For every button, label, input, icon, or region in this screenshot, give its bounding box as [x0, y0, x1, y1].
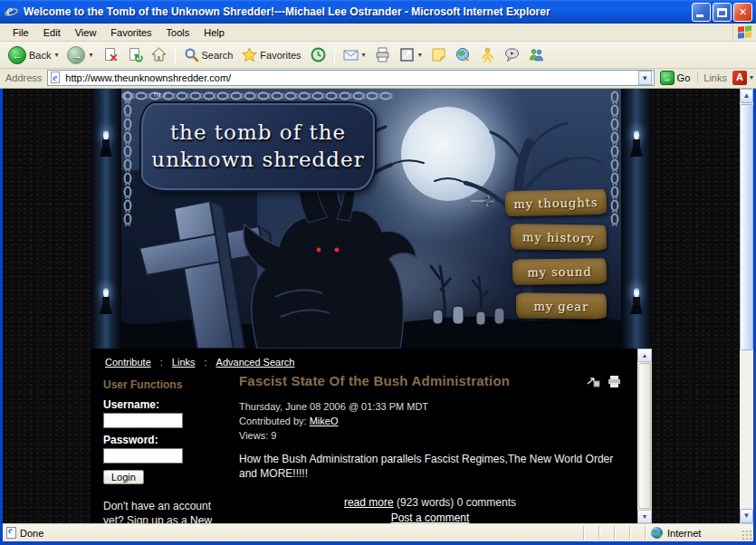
acrobat-dropdown-icon[interactable]: ▾: [750, 73, 753, 81]
acrobat-icon[interactable]: A: [732, 71, 747, 85]
back-label: Back: [29, 50, 51, 61]
mail-dropdown-icon[interactable]: ▾: [362, 51, 366, 59]
banner-counter-mark: hl.l: [154, 91, 167, 99]
contribute-link[interactable]: Contribute: [105, 357, 151, 368]
content-scroll-up-icon[interactable]: ▲: [637, 349, 652, 362]
web-globe-icon: [455, 47, 471, 62]
messenger-globe-button[interactable]: [451, 45, 475, 64]
chain-border-left: [122, 91, 133, 226]
status-cell: [614, 526, 629, 540]
go-label: Go: [677, 72, 691, 83]
scroll-down-icon[interactable]: ▼: [740, 509, 753, 523]
article-title: Fascist State Of the Bush Administration: [239, 373, 587, 388]
word-count: (923 words): [394, 496, 457, 509]
aim-button[interactable]: [475, 45, 500, 64]
links-link[interactable]: Links: [172, 357, 196, 368]
nav-my-sound[interactable]: my sound: [512, 258, 607, 284]
edit-button[interactable]: ▾: [395, 45, 426, 64]
status-text: Done: [20, 528, 43, 539]
read-more-link[interactable]: read more: [344, 496, 394, 509]
browser-window: e Welcome to the Tomb of the Unknown Shr…: [0, 0, 756, 545]
site-title-plaque: the tomb of the unknown shredder: [141, 103, 375, 190]
content-scrollbar[interactable]: ▲ ▼: [637, 349, 652, 523]
contributor-link[interactable]: MikeO: [310, 416, 339, 426]
forward-button[interactable]: → ▾: [62, 44, 97, 66]
history-button[interactable]: [306, 45, 330, 64]
go-arrow-icon: →: [660, 71, 675, 85]
address-dropdown-icon[interactable]: ▼: [638, 71, 652, 85]
menu-view[interactable]: View: [68, 25, 104, 40]
user-functions-heading: User Functions: [103, 378, 226, 391]
search-icon: [184, 47, 199, 62]
top-links: Contribute:Links:Advanced Search: [91, 349, 637, 369]
forward-dropdown-icon[interactable]: ▾: [89, 51, 92, 59]
candle-icon: [630, 286, 643, 317]
note-button[interactable]: [426, 45, 451, 64]
nav-my-history[interactable]: my history: [511, 224, 607, 251]
history-icon: [311, 47, 326, 62]
refresh-icon: ↻: [127, 47, 142, 62]
right-candle-strip: [621, 89, 652, 349]
address-label: Address: [5, 72, 42, 83]
print-button[interactable]: [370, 45, 395, 64]
home-icon: [151, 47, 167, 62]
gothic-scene: hl.l the tomb of the unknown shredder my…: [121, 89, 621, 349]
address-input[interactable]: e http://www.theunknownshredder.com/ ▼: [47, 70, 654, 86]
stop-button[interactable]: ✕: [98, 45, 122, 64]
separator: :: [205, 357, 207, 368]
content-scroll-thumb[interactable]: [638, 363, 651, 509]
menu-favorites[interactable]: Favorites: [103, 25, 158, 40]
menu-tools[interactable]: Tools: [159, 25, 197, 40]
password-input[interactable]: [103, 448, 183, 464]
print-icon: [375, 47, 390, 62]
resize-grip[interactable]: [742, 530, 752, 540]
comments-count: 0 comments: [457, 496, 516, 509]
messenger-people-icon: [529, 47, 544, 62]
back-button[interactable]: ← Back ▾: [4, 44, 62, 66]
site-title-line2: unknown shredder: [151, 147, 364, 174]
scroll-thumb[interactable]: [740, 104, 753, 350]
print-story-icon[interactable]: [608, 375, 621, 387]
navigation-toolbar: ← Back ▾ → ▾ ✕ ↻ Search: [0, 42, 756, 69]
advanced-search-link[interactable]: Advanced Search: [216, 357, 295, 368]
browser-scrollbar[interactable]: ▲ ▼: [740, 89, 753, 523]
discuss-button[interactable]: [500, 45, 524, 64]
mace-icon: [471, 196, 494, 206]
home-button[interactable]: [147, 45, 171, 64]
candle-icon: [100, 129, 112, 159]
refresh-button[interactable]: ↻: [122, 45, 147, 64]
username-input[interactable]: [103, 413, 183, 428]
email-story-icon[interactable]: [587, 375, 600, 387]
edit-icon: [399, 47, 415, 62]
nav-my-gear[interactable]: my gear: [516, 292, 607, 319]
content-scroll-down-icon[interactable]: ▼: [637, 510, 652, 523]
menu-file[interactable]: File: [5, 25, 36, 40]
search-button[interactable]: Search: [179, 45, 238, 64]
menu-edit[interactable]: Edit: [36, 25, 68, 40]
links-toolbar-label[interactable]: Links: [697, 72, 732, 83]
windows-logo-icon: [732, 24, 756, 41]
favorites-star-icon: [242, 47, 257, 62]
back-dropdown-icon[interactable]: ▾: [54, 51, 58, 59]
nav-my-thoughts[interactable]: my thoughts: [505, 189, 608, 216]
messenger-button[interactable]: [524, 45, 549, 64]
menu-help[interactable]: Help: [196, 25, 232, 40]
minimize-button[interactable]: [692, 3, 711, 22]
mail-button[interactable]: ▾: [339, 45, 370, 64]
ie-logo-icon: e: [5, 5, 20, 20]
edit-dropdown-icon[interactable]: ▾: [418, 51, 422, 59]
article-meta: Thursday, June 08 2006 @ 01:33 PM MDT Co…: [239, 400, 621, 444]
favorites-button[interactable]: Favorites: [237, 45, 305, 64]
site-column: hl.l the tomb of the unknown shredder my…: [91, 89, 652, 523]
mail-icon: [343, 47, 359, 62]
scroll-up-icon[interactable]: ▲: [740, 89, 753, 103]
address-url[interactable]: http://www.theunknownshredder.com/: [65, 72, 637, 83]
login-button[interactable]: Login: [103, 470, 144, 484]
back-icon: ←: [8, 46, 26, 64]
maximize-button[interactable]: [713, 3, 732, 22]
go-button[interactable]: → Go: [655, 71, 696, 85]
contributed-by-label: Contributed by:: [239, 416, 310, 426]
window-title: Welcome to the Tomb of the Unknown Shred…: [24, 5, 692, 18]
post-comment-link[interactable]: Post a comment: [391, 512, 470, 523]
close-button[interactable]: ✕: [733, 3, 752, 22]
